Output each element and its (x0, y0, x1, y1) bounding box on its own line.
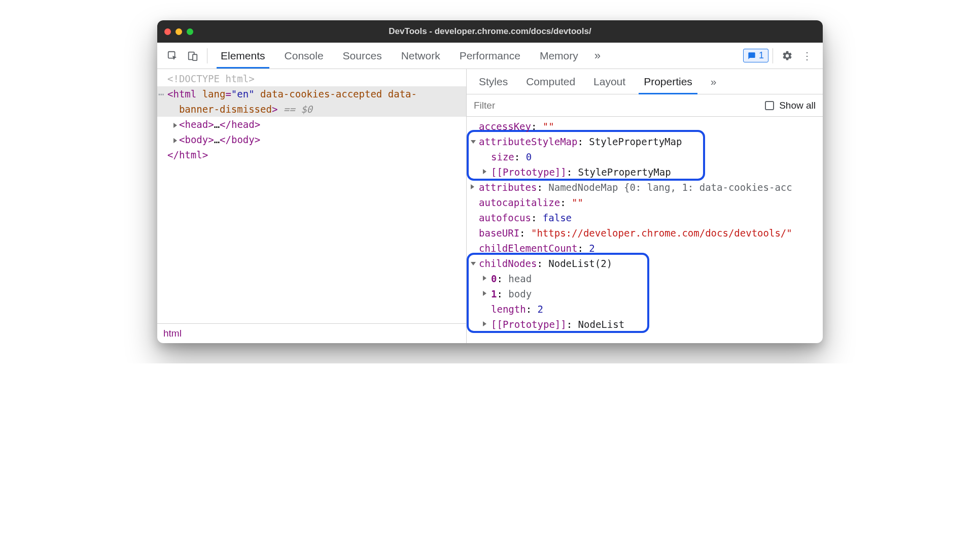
zoom-window-button[interactable] (187, 28, 193, 35)
overflow-ellipsis-icon: ⋯ (158, 86, 164, 102)
property-row[interactable]: baseURI: "https://developer.chrome.com/d… (469, 225, 823, 241)
main-tab-console[interactable]: Console (275, 43, 333, 69)
property-value: 2 (589, 243, 594, 254)
property-row[interactable]: autofocus: false (469, 210, 823, 225)
traffic-lights (164, 28, 193, 35)
sidebar-tab-properties[interactable]: Properties (636, 69, 701, 94)
property-row[interactable]: attributeStyleMap: StylePropertyMap (469, 134, 823, 149)
property-value: StylePropertyMap (578, 166, 671, 178)
breadcrumb[interactable]: html (157, 323, 466, 343)
filter-input[interactable] (474, 100, 765, 111)
show-all-label: Show all (779, 100, 816, 111)
property-key: baseURI (479, 227, 519, 239)
expand-icon[interactable] (471, 262, 476, 265)
toolbar-divider-2 (773, 48, 773, 63)
property-key: [[Prototype]] (491, 166, 567, 178)
dom-doctype[interactable]: <!DOCTYPE html> (157, 71, 466, 86)
property-value: 2 (538, 304, 543, 315)
main-tab-memory[interactable]: Memory (531, 43, 587, 69)
property-key: accessKey (479, 121, 531, 132)
property-value: NodeList(2) (548, 258, 612, 269)
property-value: StylePropertyMap (589, 136, 682, 147)
property-key: autocapitalize (479, 197, 560, 208)
property-value: 0 (526, 151, 532, 162)
main-tab-performance[interactable]: Performance (450, 43, 530, 69)
property-value: head (508, 273, 532, 284)
kebab-menu-icon[interactable]: ⋮ (797, 46, 818, 66)
dom-html-close: </html> (157, 147, 466, 162)
property-row[interactable]: childNodes: NodeList(2) (469, 256, 823, 271)
dom-html-element[interactable]: ⋯ <html lang="en" data-cookies-accepted … (157, 86, 466, 117)
device-toolbar-icon[interactable] (183, 46, 203, 66)
inspect-element-icon[interactable] (162, 46, 183, 66)
dom-tree[interactable]: <!DOCTYPE html> ⋯ <html lang="en" data-c… (157, 69, 466, 323)
property-value: NodeList (578, 319, 625, 330)
property-row[interactable]: length: 2 (469, 302, 823, 317)
expand-icon[interactable] (483, 321, 486, 326)
property-row[interactable]: autocapitalize: "" (469, 195, 823, 210)
property-row[interactable]: [[Prototype]]: NodeList (469, 317, 823, 332)
main-tabs: ElementsConsoleSourcesNetworkPerformance… (212, 43, 587, 69)
minimize-window-button[interactable] (176, 28, 182, 35)
expand-icon[interactable] (483, 169, 486, 174)
property-value: "https://developer.chrome.com/docs/devto… (531, 227, 792, 239)
property-row[interactable]: [[Prototype]]: StylePropertyMap (469, 164, 823, 180)
property-key: attributes (479, 182, 537, 193)
expand-icon[interactable] (471, 184, 474, 189)
content-area: <!DOCTYPE html> ⋯ <html lang="en" data-c… (157, 69, 823, 343)
close-window-button[interactable] (164, 28, 171, 35)
sidebar-tabs: StylesComputedLayoutProperties» (467, 69, 823, 94)
property-key: autofocus (479, 212, 531, 223)
property-row[interactable]: 1: body (469, 286, 823, 302)
svg-rect-2 (193, 54, 197, 60)
main-tab-network[interactable]: Network (392, 43, 449, 69)
window-title: DevTools - developer.chrome.com/docs/dev… (157, 26, 823, 37)
main-tab-elements[interactable]: Elements (212, 43, 274, 69)
expand-icon[interactable] (483, 291, 486, 296)
property-key: attributeStyleMap (479, 136, 577, 147)
titlebar: DevTools - developer.chrome.com/docs/dev… (157, 20, 823, 43)
property-row[interactable]: size: 0 (469, 149, 823, 164)
sidebar-panel: StylesComputedLayoutProperties» Show all… (467, 69, 823, 343)
expand-icon[interactable] (483, 276, 486, 281)
property-row[interactable]: childElementCount: 2 (469, 241, 823, 256)
property-key: 1 (491, 288, 497, 299)
dom-head-element[interactable]: <head>…</head> (157, 117, 466, 132)
property-key: childNodes (479, 258, 537, 269)
property-row[interactable]: accessKey: "" (469, 119, 823, 134)
expand-icon[interactable] (173, 123, 177, 128)
property-value: body (508, 288, 532, 299)
property-value: "" (543, 121, 554, 132)
property-key: childElementCount (479, 243, 577, 254)
toolbar-divider (207, 48, 207, 63)
property-row[interactable]: attributes: NamedNodeMap {0: lang, 1: da… (469, 180, 823, 195)
more-sidebar-tabs-icon[interactable]: » (703, 69, 725, 94)
issues-button[interactable]: 1 (743, 49, 768, 62)
issues-count: 1 (759, 50, 764, 61)
property-key: length (491, 304, 526, 315)
property-row[interactable]: 0: head (469, 271, 823, 286)
main-toolbar: ElementsConsoleSourcesNetworkPerformance… (157, 43, 823, 69)
main-tab-sources[interactable]: Sources (334, 43, 391, 69)
property-key: size (491, 151, 514, 162)
property-key: 0 (491, 273, 497, 284)
show-all-checkbox[interactable] (765, 101, 774, 110)
property-value: "" (572, 197, 583, 208)
properties-list[interactable]: accessKey: ""attributeStyleMap: StylePro… (467, 117, 823, 343)
property-value: NamedNodeMap {0: lang, 1: data-cookies-a… (548, 182, 792, 193)
sidebar-tab-styles[interactable]: Styles (471, 69, 516, 94)
sidebar-tab-layout[interactable]: Layout (585, 69, 634, 94)
settings-icon[interactable] (777, 46, 797, 66)
elements-panel: <!DOCTYPE html> ⋯ <html lang="en" data-c… (157, 69, 467, 343)
sidebar-tab-computed[interactable]: Computed (518, 69, 583, 94)
property-value: false (543, 212, 572, 223)
devtools-window: DevTools - developer.chrome.com/docs/dev… (157, 20, 823, 343)
filter-row: Show all (467, 94, 823, 117)
property-key: [[Prototype]] (491, 319, 567, 330)
expand-icon[interactable] (173, 138, 177, 143)
expand-icon[interactable] (471, 140, 476, 144)
more-tabs-icon[interactable]: » (587, 46, 608, 66)
dom-body-element[interactable]: <body>…</body> (157, 132, 466, 147)
